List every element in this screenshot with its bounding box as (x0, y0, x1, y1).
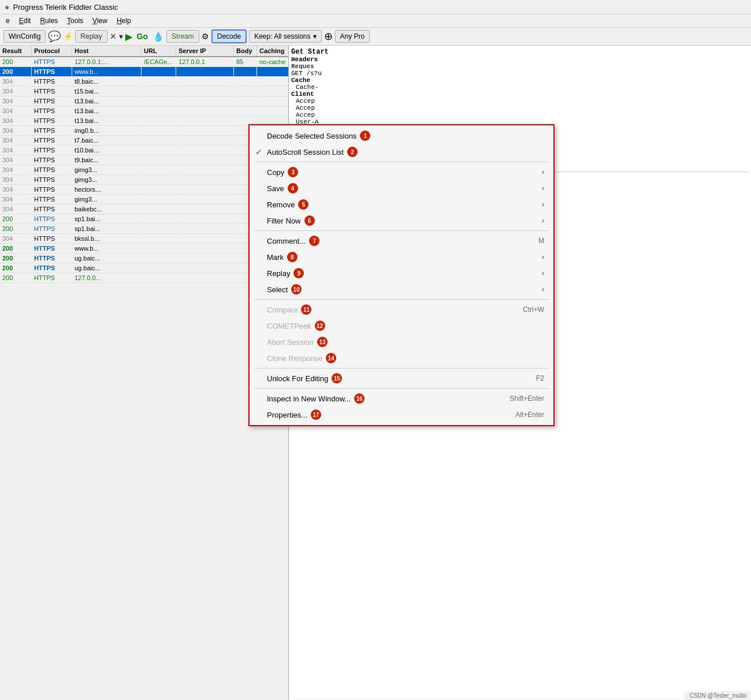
table-row[interactable]: 200HTTPSug.baic...a (0, 254, 288, 263)
ctx-save[interactable]: Save 4 › (250, 180, 553, 196)
winconfig-button[interactable]: WinConfig (3, 30, 46, 43)
ctx-clone-response[interactable]: Clone Response 14 (250, 350, 553, 366)
table-row[interactable]: 304HTTPSbkssl.b... (0, 234, 288, 244)
table-row[interactable]: 304HTTPSt7.baic... (0, 136, 288, 146)
table-row[interactable]: 304HTTPSt13.bai... (0, 96, 288, 106)
ctx-properties[interactable]: Properties... 17 Alt+Enter (250, 407, 553, 423)
stream-label: Stream (172, 32, 194, 40)
cell-caching (257, 96, 289, 106)
table-row[interactable]: 304HTTPSgimg3... (0, 175, 288, 185)
cell-host: baikebc... (72, 204, 142, 214)
cell-result: 304 (0, 204, 32, 214)
accept2: Accep (291, 105, 749, 111)
ctx-compare[interactable]: Compare 11 Ctrl+W (250, 301, 553, 318)
cell-caching (257, 67, 289, 76)
table-row[interactable]: 200 HTTPS 127.0.0.1:... /ECAGe... 127.0.… (0, 57, 288, 67)
menu-help[interactable]: Help (113, 16, 135, 26)
menu-tools[interactable]: Tools (64, 16, 87, 26)
table-row[interactable]: 304HTTPSimg0.b... (0, 126, 288, 136)
table-row[interactable]: 304HTTPSt10.bai... (0, 146, 288, 155)
cell-url (142, 195, 176, 204)
status-bar: CSDN @Tester_multo (685, 691, 751, 700)
ctx-label: Abort Session (267, 338, 314, 347)
table-row[interactable]: 200HTTPS127.0.0... (0, 273, 288, 283)
cell-ip (176, 126, 234, 135)
ctx-select[interactable]: Select 10 › (250, 281, 553, 297)
col-url: URL (142, 46, 176, 56)
decode-button[interactable]: Decode (211, 29, 247, 43)
menu-file[interactable]: e (2, 16, 13, 26)
cell-result: 304 (0, 126, 32, 135)
ctx-inspect-new-window[interactable]: Inspect in New Window... 16 Shift+Enter (250, 390, 553, 407)
cell-ip (176, 136, 234, 145)
cell-ip (176, 185, 234, 194)
table-row[interactable]: 200 HTTPS www.b... (0, 67, 288, 77)
menu-edit[interactable]: Edit (16, 16, 35, 26)
table-row[interactable]: 304HTTPSt13.bai... (0, 116, 288, 126)
request-section: Reques GET /s?u (291, 63, 749, 77)
ctx-abort-session[interactable]: Abort Session 13 (250, 334, 553, 350)
separator (254, 388, 549, 389)
table-row[interactable]: 200HTTPSsp1.bai... (0, 214, 288, 224)
col-body: Body (234, 46, 257, 56)
cell-body (234, 67, 257, 76)
ctx-label: Replay (267, 269, 290, 278)
play-icon[interactable]: ▶ (125, 31, 132, 42)
cell-url (142, 87, 176, 96)
ctx-autoscroll[interactable]: ✓ AutoScroll Session List 2 (250, 144, 553, 160)
table-row[interactable]: 304HTTPSgimg3... (0, 165, 288, 175)
ctx-decode-sessions[interactable]: Decode Selected Sessions 1 (250, 128, 553, 144)
cell-body (234, 87, 257, 96)
table-row[interactable]: 304HTTPSgimg3... (0, 195, 288, 204)
cell-url (142, 106, 176, 116)
any-process-button[interactable]: Any Pro (335, 30, 370, 43)
table-row[interactable]: 304HTTPSt13.bai... (0, 106, 288, 116)
ctx-mark[interactable]: Mark 8 › (250, 249, 553, 265)
ctx-remove[interactable]: Remove 5 › (250, 196, 553, 213)
cell-result: 304 (0, 77, 32, 86)
table-row[interactable]: 200HTTPSsp1.bai... (0, 224, 288, 234)
table-row[interactable]: 200HTTPSwww.b...tc (0, 244, 288, 254)
table-row[interactable]: 304HTTPSt8.baic... (0, 77, 288, 87)
table-row[interactable]: 200HTTPSug.baic...a (0, 263, 288, 273)
request-line: GET /s?u (291, 70, 749, 77)
table-row[interactable]: 304HTTPSt15.bai... (0, 87, 288, 96)
stream-button[interactable]: Stream (166, 30, 199, 43)
ctx-unlock-editing[interactable]: Unlock For Editing 15 F2 (250, 370, 553, 386)
ctx-filter-now[interactable]: Filter Now 6 › (250, 213, 553, 229)
cell-result: 200 (0, 224, 32, 233)
go-button[interactable]: Go (135, 31, 150, 42)
cell-protocol: HTTPS (32, 67, 72, 76)
table-row[interactable]: 304HTTPSbaikebc... (0, 204, 288, 214)
cell-ip (176, 204, 234, 214)
ctx-replay[interactable]: Replay 9 › (250, 265, 553, 281)
menu-view[interactable]: View (89, 16, 111, 26)
ctx-label: Properties... (267, 411, 307, 419)
badge-10: 10 (291, 284, 302, 295)
ctx-comment[interactable]: Comment... 7 M (250, 233, 553, 249)
cell-host: www.b... (72, 67, 142, 76)
table-row[interactable]: 304HTTPShectors... (0, 185, 288, 195)
replay-button[interactable]: Replay (75, 30, 107, 43)
ctx-label: Inspect in New Window... (267, 394, 351, 403)
cell-result: 304 (0, 185, 32, 194)
arrow-icon: › (542, 168, 544, 176)
x-icon[interactable]: ✕ ▾ (110, 32, 123, 41)
ctx-copy[interactable]: Copy 3 › (250, 164, 553, 180)
table-row[interactable]: 304HTTPSt9.baic... (0, 155, 288, 165)
cell-ip (176, 224, 234, 233)
cell-url (142, 214, 176, 224)
table-header: Result Protocol Host URL Server IP Body … (0, 46, 288, 57)
decode-label: Decode (217, 32, 241, 40)
badge-9: 9 (293, 268, 304, 278)
ctx-cometpeek[interactable]: COMETPeek 12 (250, 318, 553, 334)
cell-result: 304 (0, 136, 32, 145)
keep-sessions-button[interactable]: Keep: All sessions ▾ (249, 30, 321, 43)
cell-caching: no-cache (257, 57, 289, 66)
ctx-label: Remove (267, 200, 295, 209)
cell-protocol: HTTPS (32, 204, 72, 214)
menu-rules[interactable]: Rules (36, 16, 61, 26)
accept1: Accep (291, 98, 749, 105)
badge-3: 3 (288, 167, 298, 177)
cell-url (142, 155, 176, 165)
